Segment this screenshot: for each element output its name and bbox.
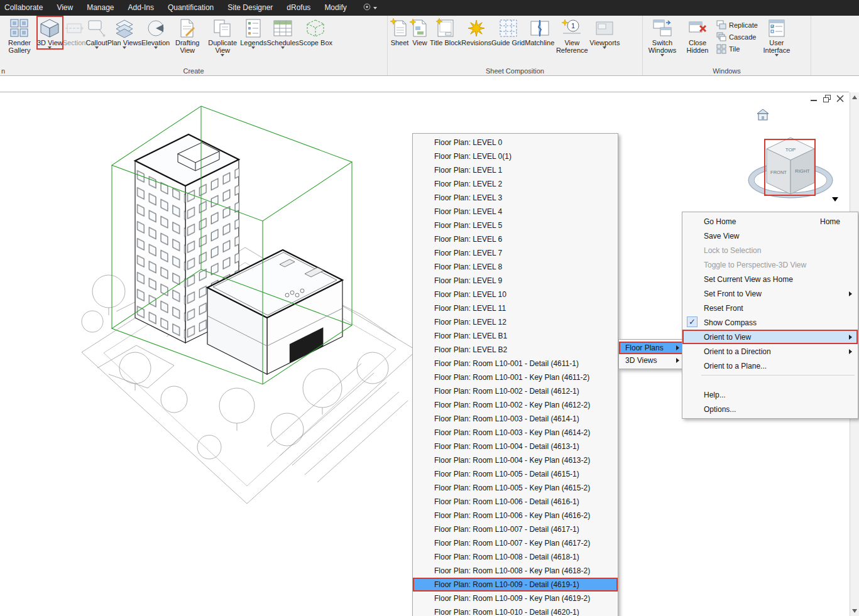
ribbon-tab[interactable]: Site Designer — [221, 0, 280, 16]
scroll-down-icon[interactable] — [852, 609, 857, 613]
floor-plan-menu-item[interactable]: ✓ Floor Plan: Room L10-001 - Key Plan (4… — [413, 370, 618, 384]
svg-text:TOP: TOP — [785, 147, 796, 153]
user-interface-button[interactable]: User Interface — [759, 16, 794, 57]
panel-label-create[interactable]: Create — [0, 67, 387, 75]
floor-plan-menu-item[interactable]: ✓ Floor Plan: Room L10-010 - Detail (462… — [413, 605, 618, 616]
close-view-button[interactable] — [836, 95, 844, 102]
floor-plan-menu-item[interactable]: ✓ Floor Plan: LEVEL B2 — [413, 343, 618, 357]
floor-plan-menu-item[interactable]: ✓ Floor Plan: Room L10-003 - Detail (461… — [413, 412, 618, 426]
floor-plan-menu-item[interactable]: ✓ Floor Plan: LEVEL 0 — [413, 136, 618, 149]
title-block-button[interactable]: Title Block — [430, 16, 461, 46]
viewports-button[interactable]: Viewports — [589, 16, 620, 49]
panel-label-windows[interactable]: Windows — [643, 67, 811, 75]
floor-plan-menu-item[interactable]: ✓ Floor Plan: Room L10-006 - Key Plan (4… — [413, 509, 618, 522]
floor-plan-menu-item[interactable]: ✓ Floor Plan: LEVEL 2 — [413, 177, 618, 191]
callout-button[interactable]: Callout — [85, 16, 107, 49]
floor-plan-menu-item[interactable]: ✓ Floor Plan: LEVEL 6 — [413, 232, 618, 246]
floor-plan-menu-item[interactable]: ✓ Floor Plan: LEVEL 10 — [413, 288, 618, 301]
viewcube[interactable]: TOP FRONT RIGHT — [748, 100, 845, 216]
plan-views-button[interactable]: Plan Views — [107, 16, 141, 49]
context-menu-item[interactable]: ✓ Show Compass — [682, 315, 858, 330]
switch-windows-button[interactable]: Switch Windows — [645, 16, 680, 57]
sheet-button[interactable]: Sheet — [390, 16, 410, 46]
panel-label-sheet-composition[interactable]: Sheet Composition — [388, 67, 642, 75]
submenu-item[interactable]: ✓ 3D Views — [619, 354, 683, 367]
floor-plan-menu-item[interactable]: ✓ Floor Plan: Room L10-002 - Key Plan (4… — [413, 398, 618, 412]
ribbon-tab[interactable]: Add-Ins — [121, 0, 161, 16]
view-button[interactable]: View — [410, 16, 430, 46]
ribbon-tab[interactable]: Quantification — [161, 0, 221, 16]
close-hidden-button[interactable]: Close Hidden — [680, 16, 715, 54]
revisions-button[interactable]: Revisions — [461, 16, 491, 46]
context-menu-item[interactable]: ✓ Options... — [682, 402, 858, 416]
floor-plan-menu-item[interactable]: ✓ Floor Plan: LEVEL 4 — [413, 205, 618, 219]
ribbon-tab[interactable]: Modify — [317, 0, 353, 16]
restore-view-button[interactable] — [823, 95, 831, 102]
context-menu-item[interactable]: ✓ Set Front to View — [682, 286, 858, 301]
floor-plan-menu-item[interactable]: ✓ Floor Plan: Room L10-008 - Detail (461… — [413, 550, 618, 564]
elevation-button[interactable]: Elevation — [141, 16, 170, 49]
floor-plan-menu-item[interactable]: ✓ Floor Plan: Room L10-003 - Key Plan (4… — [413, 426, 618, 440]
ribbon-display-toggle[interactable] — [363, 3, 377, 14]
replicate-button[interactable]: Replicate — [715, 19, 759, 31]
floor-plan-menu-item[interactable]: ✓ Floor Plan: Room L10-009 - Detail (461… — [413, 578, 618, 592]
tile-button[interactable]: Tile — [715, 43, 741, 55]
floor-plan-menu-item[interactable]: ✓ Floor Plan: Room L10-009 - Key Plan (4… — [413, 592, 618, 605]
floor-plan-menu-item[interactable]: ✓ Floor Plan: Room L10-005 - Key Plan (4… — [413, 481, 618, 495]
context-menu-item[interactable]: ✓ Orient to a Direction — [682, 344, 858, 359]
3d-view-button[interactable]: 3D View — [37, 16, 63, 49]
guide-grid-button[interactable]: Guide Grid — [491, 16, 525, 46]
ribbon-tab[interactable]: dRofus — [280, 0, 317, 16]
floor-plan-menu-item[interactable]: ✓ Floor Plan: Room L10-004 - Key Plan (4… — [413, 453, 618, 467]
schedules-button[interactable]: Schedules — [266, 16, 298, 49]
context-menu-item[interactable]: ✓ Go Home Home — [682, 214, 858, 229]
floor-plan-menu-item[interactable]: ✓ Floor Plan: Room L10-002 - Detail (461… — [413, 384, 618, 398]
floor-plan-menu-item[interactable]: ✓ Floor Plan: Room L10-006 - Detail (461… — [413, 495, 618, 509]
floor-plan-menu-item[interactable]: ✓ Floor Plan: Room L10-005 - Detail (461… — [413, 467, 618, 481]
context-menu-item[interactable]: ✓ — [682, 373, 858, 387]
context-menu-item[interactable]: ✓ Toggle to Perspective-3D View — [682, 257, 858, 272]
ribbon-tab[interactable]: View — [50, 0, 80, 16]
duplicate-view-button[interactable]: Duplicate View — [205, 16, 240, 57]
context-menu-item[interactable]: ✓ Set Current View as Home — [682, 272, 858, 286]
context-menu-item[interactable]: ✓ Orient to View — [682, 330, 858, 344]
context-menu-item[interactable]: ✓ Reset Front — [682, 301, 858, 315]
viewcube-menu-caret-icon[interactable] — [832, 197, 838, 202]
floor-plan-menu-item[interactable]: ✓ Floor Plan: Room L10-001 - Detail (461… — [413, 357, 618, 370]
section-button[interactable]: Section — [63, 16, 86, 46]
submenu-item[interactable]: ✓ Floor Plans — [619, 342, 683, 354]
floor-plan-menu-item[interactable]: ✓ Floor Plan: LEVEL B1 — [413, 329, 618, 343]
floor-plan-menu-item[interactable]: ✓ Floor Plan: LEVEL 0(1) — [413, 149, 618, 163]
floor-plan-menu-item[interactable]: ✓ Floor Plan: LEVEL 1 — [413, 163, 618, 177]
floor-plan-menu-item[interactable]: ✓ Floor Plan: Room L10-004 - Detail (461… — [413, 440, 618, 453]
scroll-up-icon[interactable] — [852, 95, 857, 99]
view-reference-button[interactable]: 1 View Reference — [554, 16, 589, 54]
floor-plan-menu-item[interactable]: ✓ Floor Plan: Room L10-007 - Detail (461… — [413, 522, 618, 536]
scope-box-button[interactable]: Scope Box — [299, 16, 332, 46]
ribbon-tab[interactable]: Collaborate — [0, 0, 50, 16]
floor-plan-menu-item[interactable]: ✓ Floor Plan: LEVEL 3 — [413, 191, 618, 205]
context-menu-item[interactable]: ✓ Save View — [682, 229, 858, 243]
drawing-area[interactable]: TOP FRONT RIGHT ✓ Floor Plan: LEVEL 0 ✓ … — [0, 76, 859, 616]
ribbon-tab[interactable]: Manage — [80, 0, 121, 16]
context-menu-item[interactable]: ✓ Lock to Selection — [682, 243, 858, 257]
legends-button[interactable]: Legends — [240, 16, 266, 49]
floor-plan-menu-item[interactable]: ✓ Floor Plan: LEVEL 11 — [413, 301, 618, 315]
floor-plan-menu-item[interactable]: ✓ Floor Plan: LEVEL 7 — [413, 246, 618, 260]
matchline-button[interactable]: Matchline — [525, 16, 554, 46]
floor-plan-menu-item[interactable]: ✓ Floor Plan: Room L10-007 - Key Plan (4… — [413, 536, 618, 550]
minimize-view-button[interactable] — [810, 95, 818, 102]
context-menu-item[interactable]: ✓ Help... — [682, 387, 858, 402]
render-gallery-button[interactable]: Render Gallery — [2, 16, 37, 54]
floor-plan-menu-item[interactable]: ✓ Floor Plan: LEVEL 8 — [413, 260, 618, 274]
viewcube-cube[interactable]: TOP FRONT RIGHT — [767, 138, 814, 194]
dropdown-caret-icon — [221, 54, 224, 57]
floor-plan-menu-item[interactable]: ✓ Floor Plan: LEVEL 12 — [413, 315, 618, 329]
viewcube-home-icon[interactable] — [757, 109, 769, 120]
drafting-view-button[interactable]: Drafting View — [170, 16, 205, 54]
floor-plan-menu-item[interactable]: ✓ Floor Plan: LEVEL 5 — [413, 219, 618, 232]
context-menu-item[interactable]: ✓ Orient to a Plane... — [682, 359, 858, 373]
floor-plan-menu-item[interactable]: ✓ Floor Plan: Room L10-008 - Key Plan (4… — [413, 564, 618, 578]
floor-plan-menu-item[interactable]: ✓ Floor Plan: LEVEL 9 — [413, 274, 618, 288]
cascade-button[interactable]: Cascade — [715, 31, 757, 43]
